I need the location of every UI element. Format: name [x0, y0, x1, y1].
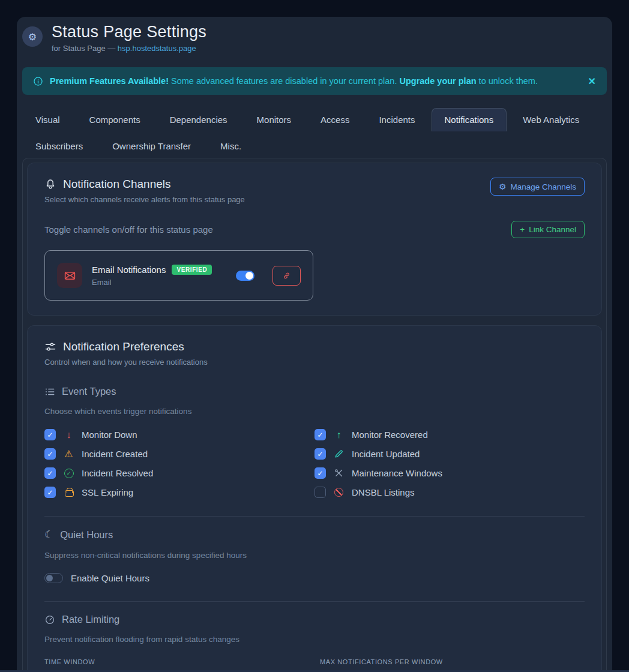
tab-monitors[interactable]: Monitors [244, 108, 305, 131]
rate-limiting-hint: Prevent notification flooding from rapid… [44, 635, 585, 644]
gear-icon: ⚙ [28, 31, 37, 43]
email-channel-tile [57, 263, 82, 288]
channel-link-button[interactable] [272, 266, 301, 286]
premium-banner-title: Premium Features Available! [50, 76, 169, 86]
info-icon [33, 76, 43, 86]
checkbox-checked[interactable]: ✓ [314, 467, 326, 479]
event-type-label: Monitor Recovered [352, 430, 428, 440]
premium-banner-end: to unlock them. [477, 76, 538, 86]
premium-banner-mid: Some advanced features are disabled in y… [169, 76, 399, 86]
page-subtitle: for Status Page — hsp.hostedstatus.page [52, 44, 206, 53]
channels-section-title-row: Notification Channels [44, 178, 245, 191]
rate-limiting-title-row: Rate Limiting [44, 614, 585, 625]
rate-limiting-title: Rate Limiting [62, 614, 119, 625]
checkbox-unchecked[interactable] [314, 487, 326, 498]
sliders-icon [44, 341, 56, 353]
warning-icon: ⚠ [63, 448, 74, 460]
time-window-label: TIME WINDOW [44, 658, 309, 665]
status-page-link[interactable]: hsp.hostedstatus.page [118, 44, 196, 53]
upgrade-plan-link[interactable]: Upgrade your plan [399, 76, 476, 86]
verified-badge: VERIFIED [172, 265, 212, 275]
event-type-label: Monitor Down [82, 430, 137, 440]
page-header: ⚙ Status Page Settings for Status Page —… [20, 23, 609, 53]
section-divider [44, 516, 585, 517]
arrow-up-icon: ↑ [333, 430, 345, 440]
rate-limiting-section: Rate Limiting Prevent notification flood… [44, 614, 585, 672]
channel-type: Email [92, 278, 226, 287]
event-type-label: Incident Resolved [82, 468, 153, 478]
event-type-row[interactable]: ✓↑Monitor Recovered [314, 429, 585, 440]
event-type-label: Incident Updated [352, 449, 420, 459]
gear-icon: ⚙ [499, 182, 506, 191]
email-channel-card: Email Notifications VERIFIED Email [44, 250, 313, 301]
quiet-hours-section: ☾ Quiet Hours Suppress non-critical noti… [44, 529, 585, 583]
link-channel-label: Link Channel [529, 225, 576, 234]
checkbox-checked[interactable]: ✓ [44, 487, 56, 498]
tab-misc[interactable]: Misc. [207, 134, 254, 158]
quiet-hours-title-row: ☾ Quiet Hours [44, 529, 585, 541]
event-type-label: DNSBL Listings [352, 487, 415, 497]
manage-channels-button[interactable]: ⚙ Manage Channels [490, 178, 585, 196]
event-type-row[interactable]: DNSBL Listings [314, 487, 585, 498]
checkbox-checked[interactable]: ✓ [44, 448, 56, 460]
tools-icon [333, 468, 345, 478]
quiet-hours-hint: Suppress non-critical notifications duri… [44, 551, 585, 560]
check-circle-icon: ✓ [63, 469, 74, 478]
preferences-section-title-row: Notification Preferences [44, 340, 585, 353]
tab-incidents[interactable]: Incidents [366, 108, 428, 131]
event-type-row[interactable]: ✓SSL Expiring [44, 487, 314, 498]
tab-subscribers[interactable]: Subscribers [22, 134, 96, 158]
tab-ownership-transfer[interactable]: Ownership Transfer [99, 134, 204, 158]
tab-notifications[interactable]: Notifications [432, 108, 507, 131]
envelope-icon [64, 269, 76, 282]
event-type-label: Maintenance Windows [352, 468, 442, 478]
chain-link-icon [282, 271, 291, 280]
channel-name: Email Notifications [92, 265, 166, 275]
quiet-hours-title: Quiet Hours [60, 529, 113, 541]
event-type-row[interactable]: ✓✓Incident Resolved [44, 467, 314, 479]
premium-banner-text: Premium Features Available! Some advance… [50, 76, 538, 86]
pencil-icon [333, 449, 345, 459]
plus-icon: + [520, 225, 525, 234]
tab-web-analytics[interactable]: Web Analytics [510, 108, 592, 131]
max-notifications-label: MAX NOTIFICATIONS PER WINDOW [320, 658, 585, 665]
quiet-hours-toggle[interactable] [44, 573, 63, 583]
link-channel-button[interactable]: + Link Channel [511, 221, 585, 238]
moon-icon: ☾ [44, 529, 53, 541]
tab-bar: VisualComponentsDependenciesMonitorsAcce… [22, 108, 607, 158]
close-icon[interactable]: ✕ [588, 76, 596, 87]
section-divider [44, 601, 585, 602]
event-type-row[interactable]: ✓Maintenance Windows [314, 467, 585, 479]
event-type-row[interactable]: ✓Incident Updated [314, 448, 585, 460]
subtitle-prefix: for Status Page — [52, 44, 118, 53]
checkbox-checked[interactable]: ✓ [44, 467, 56, 479]
channels-section-subtitle: Select which channels receive alerts fro… [44, 195, 245, 204]
event-types-section: Event Types Choose which events trigger … [44, 386, 585, 498]
quiet-hours-toggle-label: Enable Quiet Hours [71, 573, 149, 583]
email-channel-toggle[interactable] [236, 271, 254, 281]
checkbox-checked[interactable]: ✓ [314, 448, 326, 460]
manage-channels-label: Manage Channels [510, 182, 576, 191]
event-type-row[interactable]: ✓↓Monitor Down [44, 429, 314, 440]
arrow-down-icon: ↓ [63, 430, 74, 440]
page-title: Status Page Settings [52, 23, 206, 41]
prohibited-icon [333, 488, 345, 497]
notification-channels-card: Notification Channels Select which chann… [27, 163, 602, 316]
event-type-row[interactable]: ✓⚠Incident Created [44, 448, 314, 460]
settings-gear-badge: ⚙ [22, 26, 43, 47]
toggle-channels-hint: Toggle channels on/off for this status p… [44, 224, 213, 235]
gauge-icon [44, 614, 55, 625]
checkbox-checked[interactable]: ✓ [314, 429, 326, 440]
list-icon [44, 386, 55, 397]
tab-dependencies[interactable]: Dependencies [157, 108, 241, 131]
preferences-section-title: Notification Preferences [63, 340, 184, 353]
channels-section-title: Notification Channels [63, 178, 171, 191]
tab-components[interactable]: Components [76, 108, 154, 131]
tab-visual[interactable]: Visual [22, 108, 73, 131]
lock-icon [63, 488, 74, 497]
event-types-title-row: Event Types [44, 386, 585, 397]
tab-access[interactable]: Access [307, 108, 363, 131]
event-types-hint: Choose which events trigger notification… [44, 407, 585, 416]
checkbox-checked[interactable]: ✓ [44, 429, 56, 440]
bell-icon [44, 178, 56, 190]
